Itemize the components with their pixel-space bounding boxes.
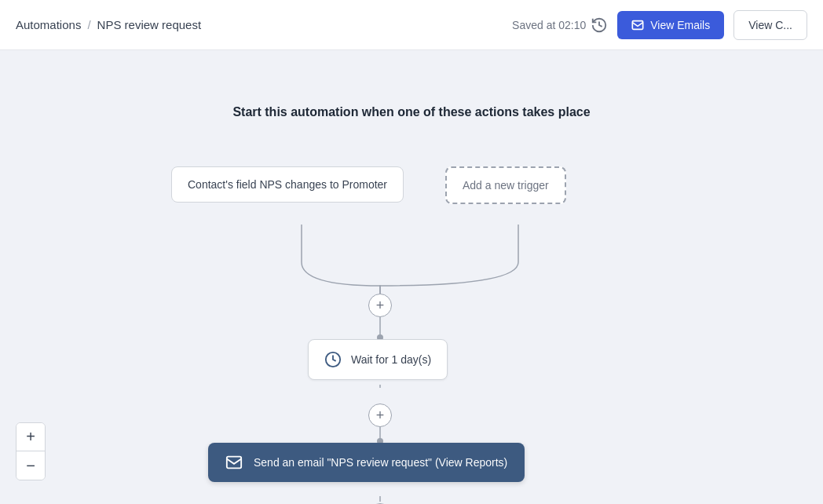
envelope-icon [225, 454, 243, 471]
email-icon [631, 19, 644, 31]
saved-text: Saved at 02:10 [512, 19, 586, 31]
flow-title: Start this automation when one of these … [0, 74, 823, 119]
trigger-2-add[interactable]: Add a new trigger [445, 166, 566, 204]
clock-icon [324, 351, 342, 368]
breadcrumb-separator: / [87, 18, 90, 31]
svg-rect-10 [227, 457, 241, 469]
view-emails-label: View Emails [650, 19, 710, 31]
send-email-step-node[interactable]: Send an email "NPS review request" (View… [208, 443, 525, 482]
wait-step-node[interactable]: Wait for 1 day(s) [308, 339, 448, 380]
view-contacts-button[interactable]: View C... [733, 10, 807, 40]
header: Automations / NPS review request Saved a… [0, 0, 823, 50]
header-right: Saved at 02:10 View Emails View C... [512, 10, 807, 40]
add-step-button-2[interactable]: + [368, 404, 392, 427]
trigger-1[interactable]: Contact's field NPS changes to Promoter [171, 166, 404, 203]
breadcrumb-automations[interactable]: Automations [16, 18, 81, 31]
saved-status: Saved at 02:10 [512, 16, 608, 34]
add-step-button-1[interactable]: + [368, 294, 392, 317]
zoom-controls: + − [16, 422, 46, 480]
wait-step-label: Wait for 1 day(s) [351, 353, 431, 366]
zoom-in-button[interactable]: + [16, 423, 45, 451]
history-icon[interactable] [591, 16, 608, 34]
send-email-step-label: Send an email "NPS review request" (View… [254, 456, 507, 469]
zoom-out-button[interactable]: − [16, 451, 45, 480]
view-contacts-label: View C... [748, 19, 792, 31]
breadcrumb-current-page: NPS review request [97, 18, 202, 31]
view-emails-button[interactable]: View Emails [617, 11, 724, 39]
automation-canvas: Start this automation when one of these … [0, 50, 823, 504]
svg-rect-0 [633, 20, 643, 29]
breadcrumb: Automations / NPS review request [16, 18, 512, 31]
